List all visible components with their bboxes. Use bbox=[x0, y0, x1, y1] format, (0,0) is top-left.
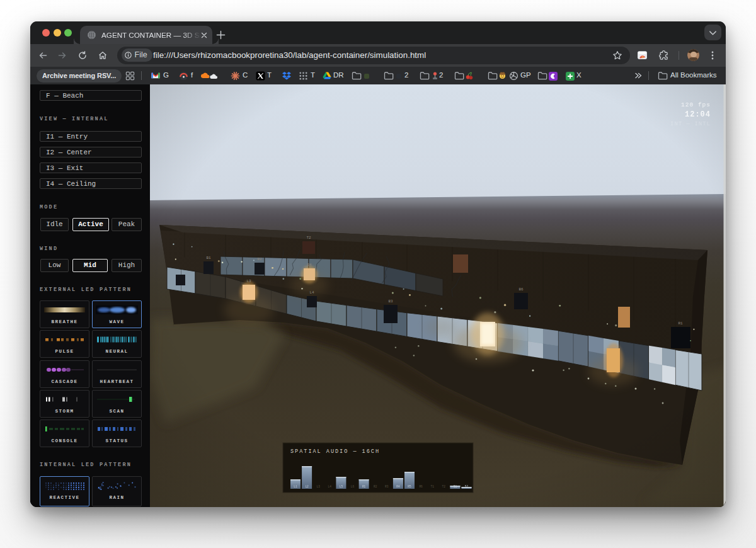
svg-text:SPATIAL AUDIO — 16CH: SPATIAL AUDIO — 16CH bbox=[290, 448, 380, 455]
svg-text:S2: S2 bbox=[465, 485, 469, 488]
svg-text:L1: L1 bbox=[294, 485, 297, 488]
svg-text:L3: L3 bbox=[316, 485, 320, 488]
svg-text:T2: T2 bbox=[442, 485, 446, 488]
svg-text:12:04: 12:04 bbox=[685, 110, 711, 119]
svg-text:L5: L5 bbox=[340, 485, 343, 488]
svg-text:L2: L2 bbox=[305, 485, 309, 488]
svg-text:R4: R4 bbox=[396, 485, 400, 488]
svg-text:R2: R2 bbox=[374, 485, 377, 488]
svg-text:T1: T1 bbox=[430, 485, 434, 488]
svg-text:L6: L6 bbox=[351, 485, 355, 488]
svg-text:R5: R5 bbox=[408, 485, 411, 488]
svg-text:S1: S1 bbox=[454, 485, 457, 488]
svg-text:R1: R1 bbox=[362, 485, 366, 488]
svg-text:R3: R3 bbox=[385, 485, 389, 488]
svg-text:INT — INTL: INT — INTL bbox=[670, 121, 711, 127]
svg-text:R6: R6 bbox=[419, 485, 423, 488]
svg-text:120 fps: 120 fps bbox=[681, 101, 711, 108]
svg-text:L4: L4 bbox=[328, 485, 332, 488]
